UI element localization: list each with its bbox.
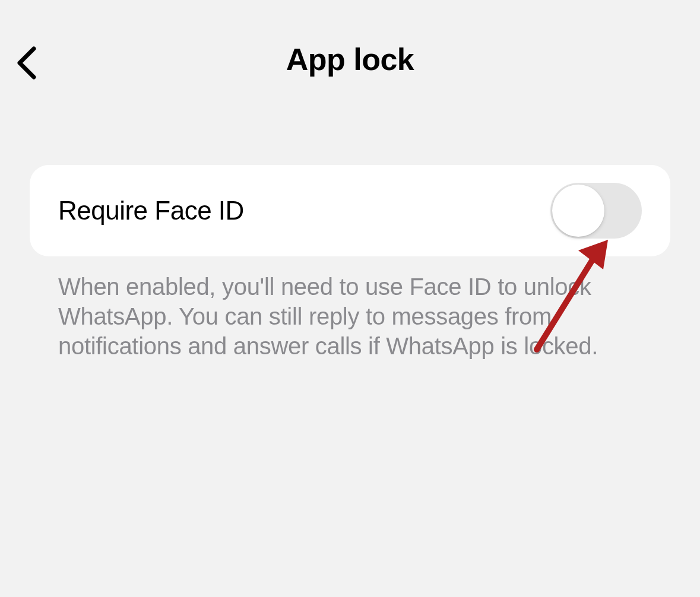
setting-description: When enabled, you'll need to use Face ID… — [30, 256, 670, 361]
back-button[interactable] — [14, 45, 38, 81]
setting-row-require-face-id: Require Face ID — [30, 165, 670, 256]
page-title: App lock — [286, 42, 414, 77]
header: App lock — [0, 0, 700, 107]
setting-label: Require Face ID — [58, 196, 244, 226]
chevron-left-icon — [16, 46, 36, 80]
require-face-id-toggle[interactable] — [550, 183, 642, 239]
content: Require Face ID When enabled, you'll nee… — [0, 107, 700, 361]
toggle-knob — [552, 185, 604, 237]
